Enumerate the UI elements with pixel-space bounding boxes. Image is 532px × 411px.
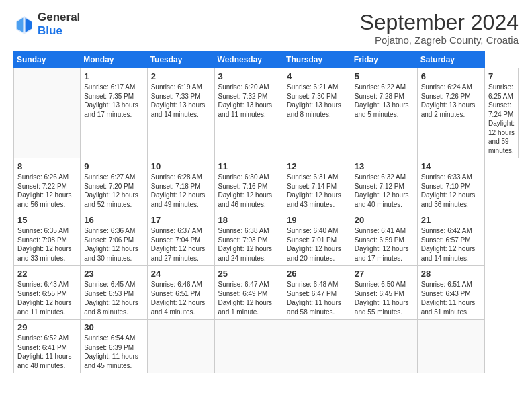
header-thursday: Thursday — [283, 52, 351, 68]
day-number: 5 — [355, 71, 414, 81]
day-number: 26 — [287, 269, 347, 279]
day-number: 21 — [421, 215, 481, 225]
day-number: 10 — [151, 161, 211, 171]
day-info: Sunrise: 6:52 AM Sunset: 6:41 PM Dayligh… — [17, 334, 77, 370]
table-row: 2 Sunrise: 6:19 AM Sunset: 7:33 PM Dayli… — [147, 68, 214, 158]
day-number: 19 — [287, 215, 347, 225]
header-tuesday: Tuesday — [147, 52, 214, 68]
table-row: 13 Sunrise: 6:32 AM Sunset: 7:12 PM Dayl… — [351, 158, 417, 212]
day-number: 1 — [84, 71, 143, 81]
table-row: 21 Sunrise: 6:42 AM Sunset: 6:57 PM Dayl… — [417, 212, 484, 266]
table-row — [417, 320, 484, 373]
day-info: Sunrise: 6:50 AM Sunset: 6:45 PM Dayligh… — [355, 280, 414, 316]
header-sunday: Sunday — [14, 52, 81, 68]
day-number: 23 — [84, 269, 143, 279]
day-info: Sunrise: 6:25 AM Sunset: 7:24 PM Dayligh… — [488, 83, 515, 155]
calendar-table: Sunday Monday Tuesday Wednesday Thursday… — [13, 51, 519, 373]
header-wednesday: Wednesday — [214, 52, 283, 68]
day-info: Sunrise: 6:27 AM Sunset: 7:20 PM Dayligh… — [84, 173, 143, 209]
day-info: Sunrise: 6:47 AM Sunset: 6:49 PM Dayligh… — [218, 280, 280, 316]
table-row: 7 Sunrise: 6:25 AM Sunset: 7:24 PM Dayli… — [485, 68, 519, 158]
day-info: Sunrise: 6:48 AM Sunset: 6:47 PM Dayligh… — [287, 280, 347, 316]
day-info: Sunrise: 6:38 AM Sunset: 7:03 PM Dayligh… — [218, 226, 280, 263]
table-row: 14 Sunrise: 6:33 AM Sunset: 7:10 PM Dayl… — [417, 158, 484, 212]
day-number: 30 — [84, 322, 143, 332]
header-monday: Monday — [81, 52, 147, 68]
page: General Blue September 2024 Pojatno, Zag… — [0, 0, 532, 411]
table-row — [14, 68, 81, 158]
day-number: 8 — [17, 161, 77, 171]
table-row: 24 Sunrise: 6:46 AM Sunset: 6:51 PM Dayl… — [147, 266, 214, 320]
day-info: Sunrise: 6:32 AM Sunset: 7:12 PM Dayligh… — [355, 173, 414, 209]
table-row: 26 Sunrise: 6:48 AM Sunset: 6:47 PM Dayl… — [283, 266, 351, 320]
day-info: Sunrise: 6:20 AM Sunset: 7:32 PM Dayligh… — [218, 83, 280, 119]
day-number: 28 — [421, 269, 481, 279]
header-friday: Friday — [351, 52, 417, 68]
day-info: Sunrise: 6:33 AM Sunset: 7:10 PM Dayligh… — [421, 173, 481, 209]
day-info: Sunrise: 6:43 AM Sunset: 6:55 PM Dayligh… — [17, 280, 77, 316]
table-row: 9 Sunrise: 6:27 AM Sunset: 7:20 PM Dayli… — [81, 158, 147, 212]
table-row: 19 Sunrise: 6:40 AM Sunset: 7:01 PM Dayl… — [283, 212, 351, 266]
table-row: 27 Sunrise: 6:50 AM Sunset: 6:45 PM Dayl… — [351, 266, 417, 320]
day-info: Sunrise: 6:22 AM Sunset: 7:28 PM Dayligh… — [355, 83, 414, 119]
table-row — [147, 320, 214, 373]
day-number: 27 — [355, 269, 414, 279]
month-title: September 2024 — [359, 11, 519, 34]
day-info: Sunrise: 6:40 AM Sunset: 7:01 PM Dayligh… — [287, 226, 347, 263]
table-row: 5 Sunrise: 6:22 AM Sunset: 7:28 PM Dayli… — [351, 68, 417, 158]
day-number: 24 — [151, 269, 211, 279]
table-row: 29 Sunrise: 6:52 AM Sunset: 6:41 PM Dayl… — [14, 320, 81, 373]
day-info: Sunrise: 6:54 AM Sunset: 6:39 PM Dayligh… — [84, 334, 143, 370]
day-number: 7 — [488, 71, 515, 81]
header-saturday: Saturday — [417, 52, 484, 68]
table-row — [351, 320, 417, 373]
day-info: Sunrise: 6:26 AM Sunset: 7:22 PM Dayligh… — [17, 173, 77, 209]
table-row: 23 Sunrise: 6:45 AM Sunset: 6:53 PM Dayl… — [81, 266, 147, 320]
day-number: 29 — [17, 322, 77, 332]
day-info: Sunrise: 6:42 AM Sunset: 6:57 PM Dayligh… — [421, 226, 481, 263]
day-info: Sunrise: 6:37 AM Sunset: 7:04 PM Dayligh… — [151, 226, 211, 263]
day-number: 18 — [218, 215, 280, 225]
day-info: Sunrise: 6:21 AM Sunset: 7:30 PM Dayligh… — [287, 83, 347, 119]
day-number: 6 — [421, 71, 481, 81]
calendar-header-row: Sunday Monday Tuesday Wednesday Thursday… — [14, 52, 519, 68]
table-row: 18 Sunrise: 6:38 AM Sunset: 7:03 PM Dayl… — [214, 212, 283, 266]
day-info: Sunrise: 6:45 AM Sunset: 6:53 PM Dayligh… — [84, 280, 143, 316]
table-row: 10 Sunrise: 6:28 AM Sunset: 7:18 PM Dayl… — [147, 158, 214, 212]
table-row: 3 Sunrise: 6:20 AM Sunset: 7:32 PM Dayli… — [214, 68, 283, 158]
day-info: Sunrise: 6:19 AM Sunset: 7:33 PM Dayligh… — [151, 83, 211, 119]
logo-text: General Blue — [38, 11, 80, 38]
table-row — [214, 320, 283, 373]
day-info: Sunrise: 6:17 AM Sunset: 7:35 PM Dayligh… — [84, 83, 143, 119]
day-number: 4 — [287, 71, 347, 81]
day-number: 16 — [84, 215, 143, 225]
day-info: Sunrise: 6:35 AM Sunset: 7:08 PM Dayligh… — [17, 226, 77, 263]
title-area: September 2024 Pojatno, Zagreb County, C… — [359, 11, 519, 46]
day-number: 2 — [151, 71, 211, 81]
day-number: 3 — [218, 71, 280, 81]
table-row: 25 Sunrise: 6:47 AM Sunset: 6:49 PM Dayl… — [214, 266, 283, 320]
table-row: 4 Sunrise: 6:21 AM Sunset: 7:30 PM Dayli… — [283, 68, 351, 158]
day-info: Sunrise: 6:36 AM Sunset: 7:06 PM Dayligh… — [84, 226, 143, 263]
table-row: 17 Sunrise: 6:37 AM Sunset: 7:04 PM Dayl… — [147, 212, 214, 266]
logo: General Blue — [13, 11, 80, 38]
table-row: 11 Sunrise: 6:30 AM Sunset: 7:16 PM Dayl… — [214, 158, 283, 212]
day-number: 14 — [421, 161, 481, 171]
day-info: Sunrise: 6:28 AM Sunset: 7:18 PM Dayligh… — [151, 173, 211, 209]
table-row: 30 Sunrise: 6:54 AM Sunset: 6:39 PM Dayl… — [81, 320, 147, 373]
table-row: 1 Sunrise: 6:17 AM Sunset: 7:35 PM Dayli… — [81, 68, 147, 158]
day-number: 9 — [84, 161, 143, 171]
table-row: 15 Sunrise: 6:35 AM Sunset: 7:08 PM Dayl… — [14, 212, 81, 266]
day-number: 25 — [218, 269, 280, 279]
day-number: 11 — [218, 161, 280, 171]
day-info: Sunrise: 6:46 AM Sunset: 6:51 PM Dayligh… — [151, 280, 211, 316]
table-row: 6 Sunrise: 6:24 AM Sunset: 7:26 PM Dayli… — [417, 68, 484, 158]
table-row: 16 Sunrise: 6:36 AM Sunset: 7:06 PM Dayl… — [81, 212, 147, 266]
table-row: 28 Sunrise: 6:51 AM Sunset: 6:43 PM Dayl… — [417, 266, 484, 320]
table-row: 12 Sunrise: 6:31 AM Sunset: 7:14 PM Dayl… — [283, 158, 351, 212]
table-row: 22 Sunrise: 6:43 AM Sunset: 6:55 PM Dayl… — [14, 266, 81, 320]
day-info: Sunrise: 6:24 AM Sunset: 7:26 PM Dayligh… — [421, 83, 481, 119]
day-info: Sunrise: 6:31 AM Sunset: 7:14 PM Dayligh… — [287, 173, 347, 209]
subtitle: Pojatno, Zagreb County, Croatia — [359, 34, 519, 46]
logo-icon — [13, 13, 35, 35]
